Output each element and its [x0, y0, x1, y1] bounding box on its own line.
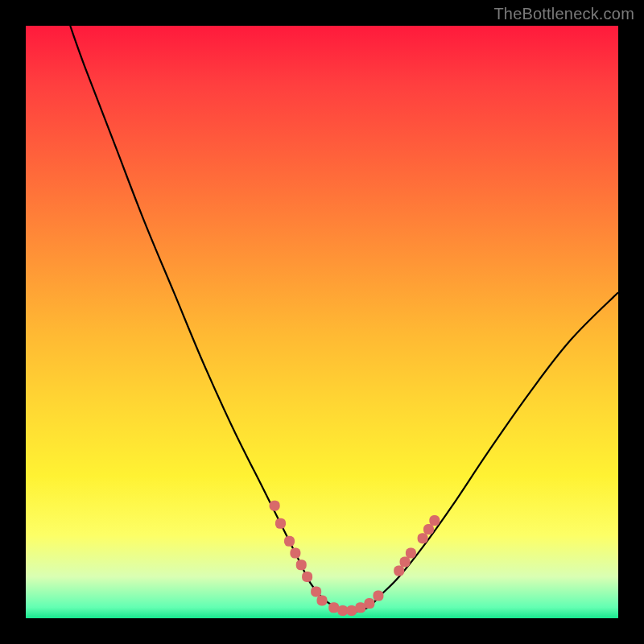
watermark-text: TheBottleneck.com: [493, 5, 634, 23]
plot-area: [26, 26, 618, 618]
data-marker: [317, 595, 328, 605]
data-marker: [373, 591, 383, 601]
data-marker: [284, 536, 295, 547]
bottleneck-curve: [70, 26, 618, 612]
data-marker: [394, 566, 404, 576]
data-marker: [400, 557, 411, 568]
data-marker: [418, 533, 428, 543]
data-marker: [275, 518, 286, 529]
data-marker: [302, 572, 312, 582]
curve-layer: [26, 26, 618, 618]
data-marker: [290, 548, 300, 559]
chart-frame: TheBottleneck.com: [0, 0, 644, 644]
data-marker: [423, 524, 434, 535]
data-marker: [429, 515, 440, 526]
data-marker: [270, 501, 280, 511]
data-marker: [296, 559, 307, 570]
data-marker: [406, 548, 416, 559]
data-marker: [364, 598, 374, 609]
data-marker: [311, 586, 321, 597]
